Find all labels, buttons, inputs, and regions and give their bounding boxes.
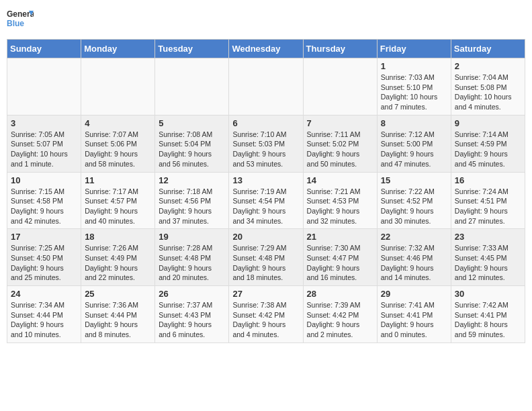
week-row-2: 3Sunrise: 7:05 AM Sunset: 5:07 PM Daylig… [7, 115, 525, 172]
weekday-header-tuesday: Tuesday [155, 40, 229, 58]
day-info: Sunrise: 7:36 AM Sunset: 4:44 PM Dayligh… [85, 300, 151, 340]
day-number: 21 [307, 232, 373, 242]
day-number: 22 [381, 232, 447, 242]
day-info: Sunrise: 7:22 AM Sunset: 4:52 PM Dayligh… [381, 187, 447, 226]
day-number: 30 [455, 289, 521, 299]
calendar-cell: 26Sunrise: 7:37 AM Sunset: 4:43 PM Dayli… [155, 286, 229, 343]
day-number: 20 [232, 232, 299, 242]
day-info: Sunrise: 7:25 AM Sunset: 4:50 PM Dayligh… [11, 243, 77, 283]
day-info: Sunrise: 7:19 AM Sunset: 4:54 PM Dayligh… [232, 187, 299, 226]
calendar-cell: 10Sunrise: 7:15 AM Sunset: 4:58 PM Dayli… [7, 172, 81, 229]
day-number: 12 [159, 175, 225, 185]
day-number: 14 [307, 175, 373, 185]
day-info: Sunrise: 7:32 AM Sunset: 4:46 PM Dayligh… [381, 243, 447, 283]
day-number: 28 [307, 289, 373, 299]
day-number: 27 [232, 289, 299, 299]
weekday-header-row: SundayMondayTuesdayWednesdayThursdayFrid… [7, 40, 525, 58]
day-info: Sunrise: 7:30 AM Sunset: 4:47 PM Dayligh… [307, 243, 373, 283]
week-row-5: 24Sunrise: 7:34 AM Sunset: 4:44 PM Dayli… [7, 286, 525, 343]
calendar-cell: 15Sunrise: 7:22 AM Sunset: 4:52 PM Dayli… [377, 172, 451, 229]
day-number: 7 [307, 118, 373, 128]
day-info: Sunrise: 7:37 AM Sunset: 4:43 PM Dayligh… [159, 300, 225, 340]
day-info: Sunrise: 7:18 AM Sunset: 4:56 PM Dayligh… [159, 187, 225, 226]
calendar-cell: 11Sunrise: 7:17 AM Sunset: 4:57 PM Dayli… [81, 172, 155, 229]
svg-text:Blue: Blue [7, 19, 24, 28]
day-number: 8 [381, 118, 447, 128]
day-info: Sunrise: 7:17 AM Sunset: 4:57 PM Dayligh… [85, 187, 151, 226]
day-info: Sunrise: 7:03 AM Sunset: 5:10 PM Dayligh… [381, 73, 447, 112]
calendar-cell: 7Sunrise: 7:11 AM Sunset: 5:02 PM Daylig… [303, 115, 377, 172]
calendar-cell: 4Sunrise: 7:07 AM Sunset: 5:06 PM Daylig… [81, 115, 155, 172]
calendar-table: SundayMondayTuesdayWednesdayThursdayFrid… [7, 39, 525, 343]
day-info: Sunrise: 7:38 AM Sunset: 4:42 PM Dayligh… [232, 300, 299, 340]
calendar-cell: 13Sunrise: 7:19 AM Sunset: 4:54 PM Dayli… [229, 172, 303, 229]
day-info: Sunrise: 7:15 AM Sunset: 4:58 PM Dayligh… [11, 187, 77, 226]
calendar-cell: 2Sunrise: 7:04 AM Sunset: 5:08 PM Daylig… [451, 58, 525, 116]
day-number: 26 [159, 289, 225, 299]
calendar-cell [303, 58, 377, 116]
calendar-cell: 9Sunrise: 7:14 AM Sunset: 4:59 PM Daylig… [451, 115, 525, 172]
day-number: 18 [85, 232, 151, 242]
day-number: 19 [159, 232, 225, 242]
day-info: Sunrise: 7:12 AM Sunset: 5:00 PM Dayligh… [381, 130, 447, 169]
calendar-cell: 25Sunrise: 7:36 AM Sunset: 4:44 PM Dayli… [81, 286, 155, 343]
calendar-cell: 18Sunrise: 7:26 AM Sunset: 4:49 PM Dayli… [81, 229, 155, 286]
day-info: Sunrise: 7:04 AM Sunset: 5:08 PM Dayligh… [455, 73, 521, 112]
day-number: 23 [455, 232, 521, 242]
calendar-cell: 20Sunrise: 7:29 AM Sunset: 4:48 PM Dayli… [229, 229, 303, 286]
week-row-1: 1Sunrise: 7:03 AM Sunset: 5:10 PM Daylig… [7, 58, 525, 116]
day-number: 15 [381, 175, 447, 185]
calendar-cell: 14Sunrise: 7:21 AM Sunset: 4:53 PM Dayli… [303, 172, 377, 229]
day-number: 9 [455, 118, 521, 128]
day-number: 3 [11, 118, 77, 128]
day-number: 17 [11, 232, 77, 242]
logo: General Blue [7, 7, 34, 34]
day-number: 11 [85, 175, 151, 185]
day-info: Sunrise: 7:24 AM Sunset: 4:51 PM Dayligh… [455, 187, 521, 226]
calendar-cell: 19Sunrise: 7:28 AM Sunset: 4:48 PM Dayli… [155, 229, 229, 286]
day-number: 24 [11, 289, 77, 299]
day-info: Sunrise: 7:08 AM Sunset: 5:04 PM Dayligh… [159, 130, 225, 169]
calendar-cell: 27Sunrise: 7:38 AM Sunset: 4:42 PM Dayli… [229, 286, 303, 343]
day-info: Sunrise: 7:42 AM Sunset: 4:41 PM Dayligh… [455, 300, 521, 340]
calendar-cell: 30Sunrise: 7:42 AM Sunset: 4:41 PM Dayli… [451, 286, 525, 343]
day-number: 16 [455, 175, 521, 185]
day-number: 10 [11, 175, 77, 185]
day-number: 29 [381, 289, 447, 299]
week-row-4: 17Sunrise: 7:25 AM Sunset: 4:50 PM Dayli… [7, 229, 525, 286]
calendar-cell: 22Sunrise: 7:32 AM Sunset: 4:46 PM Dayli… [377, 229, 451, 286]
calendar-cell: 6Sunrise: 7:10 AM Sunset: 5:03 PM Daylig… [229, 115, 303, 172]
calendar-cell [81, 58, 155, 116]
calendar-cell: 28Sunrise: 7:39 AM Sunset: 4:42 PM Dayli… [303, 286, 377, 343]
day-info: Sunrise: 7:33 AM Sunset: 4:45 PM Dayligh… [455, 243, 521, 283]
page-header: General Blue [7, 7, 525, 34]
calendar-cell: 21Sunrise: 7:30 AM Sunset: 4:47 PM Dayli… [303, 229, 377, 286]
calendar-cell: 3Sunrise: 7:05 AM Sunset: 5:07 PM Daylig… [7, 115, 81, 172]
day-number: 1 [381, 61, 447, 71]
day-number: 13 [232, 175, 299, 185]
day-info: Sunrise: 7:39 AM Sunset: 4:42 PM Dayligh… [307, 300, 373, 340]
day-info: Sunrise: 7:28 AM Sunset: 4:48 PM Dayligh… [159, 243, 225, 283]
day-info: Sunrise: 7:41 AM Sunset: 4:41 PM Dayligh… [381, 300, 447, 340]
day-info: Sunrise: 7:07 AM Sunset: 5:06 PM Dayligh… [85, 130, 151, 169]
weekday-header-saturday: Saturday [451, 40, 525, 58]
calendar-cell: 12Sunrise: 7:18 AM Sunset: 4:56 PM Dayli… [155, 172, 229, 229]
day-number: 2 [455, 61, 521, 71]
day-info: Sunrise: 7:21 AM Sunset: 4:53 PM Dayligh… [307, 187, 373, 226]
weekday-header-sunday: Sunday [7, 40, 81, 58]
day-info: Sunrise: 7:14 AM Sunset: 4:59 PM Dayligh… [455, 130, 521, 169]
day-info: Sunrise: 7:26 AM Sunset: 4:49 PM Dayligh… [85, 243, 151, 283]
logo-svg: General Blue [7, 7, 34, 34]
day-info: Sunrise: 7:29 AM Sunset: 4:48 PM Dayligh… [232, 243, 299, 283]
weekday-header-monday: Monday [81, 40, 155, 58]
day-number: 4 [85, 118, 151, 128]
calendar-cell: 24Sunrise: 7:34 AM Sunset: 4:44 PM Dayli… [7, 286, 81, 343]
calendar-cell: 23Sunrise: 7:33 AM Sunset: 4:45 PM Dayli… [451, 229, 525, 286]
calendar-cell [7, 58, 81, 116]
calendar-cell: 5Sunrise: 7:08 AM Sunset: 5:04 PM Daylig… [155, 115, 229, 172]
day-info: Sunrise: 7:05 AM Sunset: 5:07 PM Dayligh… [11, 130, 77, 169]
day-info: Sunrise: 7:10 AM Sunset: 5:03 PM Dayligh… [232, 130, 299, 169]
day-info: Sunrise: 7:11 AM Sunset: 5:02 PM Dayligh… [307, 130, 373, 169]
calendar-cell: 1Sunrise: 7:03 AM Sunset: 5:10 PM Daylig… [377, 58, 451, 116]
calendar-cell: 16Sunrise: 7:24 AM Sunset: 4:51 PM Dayli… [451, 172, 525, 229]
